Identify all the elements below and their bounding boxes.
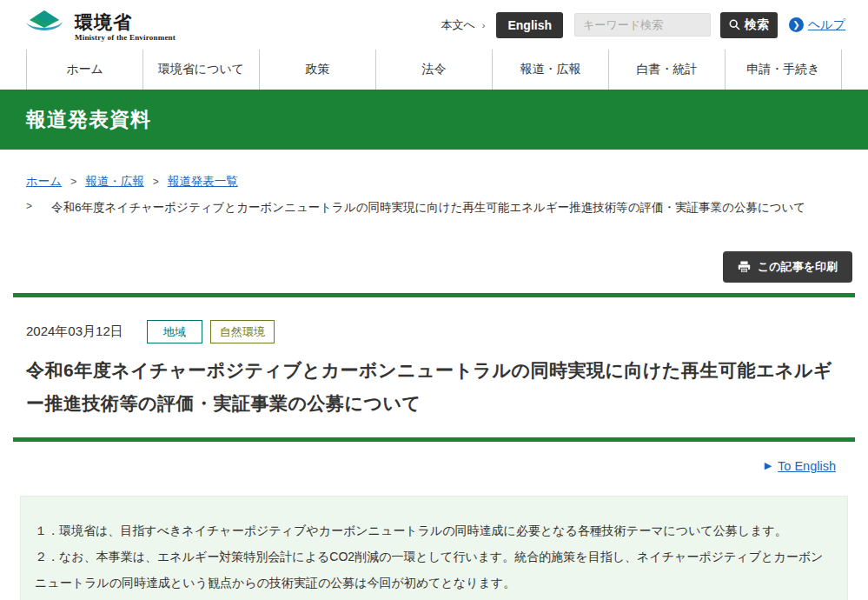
print-article-button[interactable]: この記事を印刷 bbox=[723, 251, 852, 283]
print-row: この記事を印刷 bbox=[13, 251, 852, 283]
skip-link-label: 本文へ bbox=[441, 17, 474, 33]
breadcrumb-link-home[interactable]: ホーム bbox=[26, 175, 62, 188]
site-subtitle: Ministry of the Environment bbox=[75, 34, 176, 42]
skip-to-content-link[interactable]: 本文へ › bbox=[441, 17, 485, 33]
nav-item-policy[interactable]: 政策 bbox=[259, 50, 375, 90]
tag-region[interactable]: 地域 bbox=[147, 320, 202, 343]
nav-item-law[interactable]: 法令 bbox=[375, 50, 492, 90]
site-header: 環境省 Ministry of the Environment 本文へ › En… bbox=[0, 0, 868, 50]
chevron-right-icon: › bbox=[482, 20, 486, 30]
page-banner-title: 報道発表資料 bbox=[26, 106, 151, 133]
article-summary-box: １．環境省は、目指すべきネイチャーポジティブやカーボンニュートラルの同時達成に必… bbox=[20, 496, 848, 600]
search-button-label: 検索 bbox=[745, 17, 769, 33]
help-link[interactable]: ❯ ヘルプ bbox=[789, 17, 845, 33]
nav-item-home[interactable]: ホーム bbox=[26, 50, 142, 90]
to-english-arrow-icon: ▶ bbox=[765, 460, 772, 471]
breadcrumb-separator: > bbox=[70, 176, 76, 188]
summary-line-1: １．環境省は、目指すべきネイチャーポジティブやカーボンニュートラルの同時達成に必… bbox=[35, 517, 833, 543]
global-nav: ホーム 環境省について 政策 法令 報道・広報 白書・統計 申請・手続き bbox=[0, 50, 868, 90]
header-utilities: 本文へ › English 検索 ❯ ヘルプ bbox=[441, 12, 845, 38]
site-title: 環境省 bbox=[75, 13, 176, 31]
breadcrumb-link-press[interactable]: 報道・広報 bbox=[85, 175, 144, 188]
search-icon bbox=[729, 19, 740, 30]
breadcrumb: ホーム>報道・広報>報道発表一覧 > 令和6年度ネイチャーポジティブとカーボンニ… bbox=[13, 150, 855, 218]
nav-item-application[interactable]: 申請・手続き bbox=[725, 50, 842, 90]
summary-line-2: ２．なお、本事業は、エネルギー対策特別会計によるCO2削減の一環として行います。… bbox=[35, 543, 833, 596]
moe-logo[interactable]: 環境省 Ministry of the Environment bbox=[24, 9, 176, 42]
nav-item-about[interactable]: 環境省について bbox=[142, 50, 259, 90]
to-english-label: To English bbox=[778, 459, 836, 473]
nav-item-whitepaper[interactable]: 白書・統計 bbox=[608, 50, 725, 90]
article-date: 2024年03月12日 bbox=[26, 323, 123, 340]
breadcrumb-link-press-list[interactable]: 報道発表一覧 bbox=[168, 175, 238, 188]
help-link-label: ヘルプ bbox=[808, 17, 845, 33]
site-search: 検索 bbox=[574, 12, 778, 38]
search-button[interactable]: 検索 bbox=[720, 12, 778, 38]
to-english-row: ▶ To English bbox=[13, 442, 855, 482]
help-arrow-icon: ❯ bbox=[789, 17, 804, 32]
breadcrumb-current-page: 令和6年度ネイチャーポジティブとカーボンニュートラルの同時実現に向けた再生可能エ… bbox=[51, 197, 805, 219]
main-content: ホーム>報道・広報>報道発表一覧 > 令和6年度ネイチャーポジティブとカーボンニ… bbox=[0, 150, 868, 600]
breadcrumb-current-row: > 令和6年度ネイチャーポジティブとカーボンニュートラルの同時実現に向けた再生可… bbox=[26, 197, 842, 219]
english-button[interactable]: English bbox=[496, 12, 563, 38]
breadcrumb-links-row: ホーム>報道・広報>報道発表一覧 bbox=[26, 170, 842, 193]
breadcrumb-separator: > bbox=[153, 176, 159, 188]
print-button-label: この記事を印刷 bbox=[758, 259, 838, 275]
page-banner: 報道発表資料 bbox=[0, 90, 868, 150]
to-english-link[interactable]: ▶ To English bbox=[765, 459, 836, 473]
moe-logo-text: 環境省 Ministry of the Environment bbox=[31, 13, 176, 42]
search-input[interactable] bbox=[574, 13, 711, 37]
article-meta: 2024年03月12日 地域 自然環境 bbox=[13, 297, 855, 347]
breadcrumb-separator: > bbox=[26, 197, 32, 219]
nav-item-press[interactable]: 報道・広報 bbox=[492, 50, 608, 90]
tag-nature[interactable]: 自然環境 bbox=[210, 320, 275, 343]
article-title: 令和6年度ネイチャーポジティブとカーボンニュートラルの同時実現に向けた再生可能エ… bbox=[13, 347, 855, 437]
printer-icon bbox=[738, 261, 751, 273]
